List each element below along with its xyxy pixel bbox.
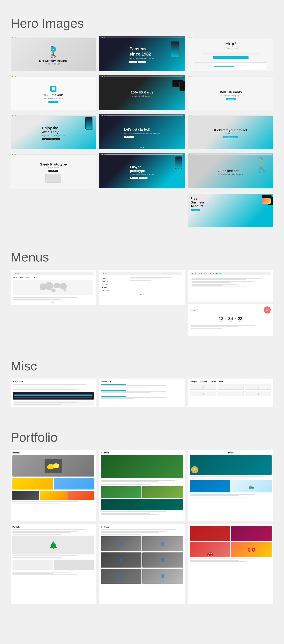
- playstore-easy[interactable]: ▶ Play Store: [139, 177, 147, 179]
- countdown-sep-2: :: [235, 317, 236, 321]
- port-card-green[interactable]: Portfolio: [99, 450, 185, 521]
- appstore-btn[interactable]: App Store: [129, 61, 137, 63]
- carousel-dots-2: [102, 294, 182, 295]
- misc-card-install[interactable]: How to install: [11, 378, 96, 407]
- tree-icon: 🌲: [49, 541, 58, 550]
- learn-more-btn-sleek[interactable]: Learn More: [49, 170, 58, 172]
- nav-dot-red: [15, 273, 16, 274]
- freebiz-btn[interactable]: Get Started: [191, 209, 200, 211]
- rt-1: [190, 558, 255, 560]
- nav-dot-yellow: [102, 76, 103, 77]
- install-steps: [13, 401, 94, 406]
- hero-card-easypro[interactable]: Easy toprototype. by copying and pasting…: [99, 153, 185, 188]
- nav-dot-red: [189, 115, 190, 116]
- hero-card-justperfect[interactable]: Just perfect for busy designers and deve…: [188, 153, 273, 188]
- menus-grid: Home About Work Contact: [11, 270, 273, 336]
- bw-person-2: 👤: [142, 536, 183, 552]
- nav-dot-green: [104, 115, 105, 116]
- hero-card-150-2[interactable]: 150+ UX Cards For your next landing page: [99, 75, 185, 110]
- port-card-bw[interactable]: Portfolio 👤 👤 👤 👤 👤: [99, 524, 185, 604]
- nav-dot-yellow: [191, 37, 192, 38]
- nav-bar: [188, 75, 273, 77]
- misc-section: Misc How to install: [11, 359, 273, 407]
- appstore-easy[interactable]: 📱 App Store: [130, 177, 138, 179]
- mins-label: min: [228, 321, 233, 322]
- hero-card-enjoy[interactable]: Enjoy theefficiency Stop wasting time Wo…: [11, 114, 96, 150]
- wn-desc-5: [101, 397, 166, 398]
- port-card-white[interactable]: Portfolio 🌲: [11, 524, 96, 604]
- getstarted-btn[interactable]: Get Started: [124, 136, 134, 138]
- enjoy-title: Enjoy theefficiency: [42, 126, 65, 134]
- wt-3: [13, 532, 70, 533]
- port-card-teal[interactable]: Portfolio 💡 🏊: [188, 450, 273, 521]
- misc-title: Misc: [11, 359, 273, 373]
- page-wrapper: Hero Images 🚶 Mid-Century Inspired COLLE…: [0, 0, 284, 629]
- dot-1: [140, 147, 141, 148]
- playstore[interactable]: ▶ Play Store: [52, 138, 60, 140]
- card-title-150-3: 150+ UX Cards: [219, 90, 242, 94]
- wn-desc-6: [101, 398, 134, 399]
- hero-card-sleek[interactable]: Sleek Prototype in Few Minutes Learn Mor…: [11, 153, 96, 188]
- menu-horiz-content: [191, 276, 271, 289]
- il-1: [13, 384, 86, 385]
- pr-img-2: [231, 526, 271, 541]
- whatsnew-title: What's New: [101, 381, 182, 383]
- monitor-area: ⬜: [40, 174, 67, 182]
- cl-2: [14, 395, 93, 396]
- port-card-yellow[interactable]: Portfolio: [11, 450, 96, 521]
- hero-card-kickstart[interactable]: Kickstart your project with 150+ UX card…: [188, 114, 273, 150]
- nav-line: [194, 76, 272, 76]
- play-button[interactable]: ▶: [51, 46, 56, 52]
- carousel-dots: [99, 147, 185, 148]
- countdown-sep-1: :: [225, 317, 226, 321]
- hero-card-letsget[interactable]: Let's get started! Save your time, money…: [99, 114, 185, 150]
- hero-card-freebiz[interactable]: FreeBusinessAccount Get Started: [188, 192, 273, 227]
- menu-about[interactable]: About: [102, 278, 128, 280]
- misc-card-whatsnew[interactable]: What's New: [99, 378, 185, 407]
- phone-mock: [179, 81, 185, 91]
- nav-bar: [188, 36, 273, 38]
- hero-images-title: Hero Images: [11, 16, 273, 30]
- port-img-green-sm: [101, 499, 183, 510]
- app-icon: [50, 86, 57, 92]
- menu-bottom-lines: [13, 297, 93, 300]
- wn-item-3: [101, 396, 182, 399]
- menu-card-horizontal[interactable]: Home About Work Contact More ▾: [188, 270, 273, 302]
- playstore-btn[interactable]: Play Store: [138, 61, 146, 63]
- nav-dot-green: [193, 115, 193, 116]
- menu-contact[interactable]: Contact: [102, 290, 128, 292]
- wn-desc-2: [101, 386, 150, 388]
- hero-card-passion[interactable]: Passionsince 1982 Get all the features f…: [99, 36, 185, 71]
- portfolio-title: Portfolio: [11, 430, 273, 444]
- menu-media[interactable]: Media: [102, 286, 128, 289]
- nav-line: [17, 115, 95, 116]
- line-2: [191, 326, 239, 327]
- wn-item-2: [101, 390, 182, 393]
- nav-line: [194, 193, 272, 193]
- line-1: [13, 297, 77, 298]
- hours-num: 12: [219, 316, 224, 321]
- port-text-teal-1: [190, 476, 271, 478]
- hero-card-150-1[interactable]: 150+ UX Cards For your next landing page…: [11, 75, 96, 110]
- hero-card-mid-century[interactable]: 🚶 Mid-Century Inspired COLLECTION ▶: [11, 36, 96, 71]
- person-silhouette-just: 🚶: [253, 156, 271, 173]
- appstore[interactable]: 📱 App Store: [42, 138, 51, 140]
- port-grid-teal-2: 🏊: [190, 480, 271, 492]
- dot-2: [53, 302, 54, 302]
- rt-2: [190, 560, 239, 561]
- kickstart-text: Kickstart your project with 150+ UX card…: [211, 126, 250, 141]
- port-card-red[interactable]: 🚗 🏮🏮: [188, 524, 273, 604]
- hero-row-1: 🚶 Mid-Century Inspired COLLECTION ▶ Pass…: [11, 36, 273, 71]
- hero-card-hey[interactable]: Hey! Let's get started: [188, 36, 273, 71]
- learn-more-btn[interactable]: Learn More: [49, 101, 58, 103]
- hero-card-150-3[interactable]: 150+ UX Cards For your next landing page…: [188, 75, 273, 110]
- menu-card-countdown[interactable]: Protopier™ JD 12 hrs : 34 min: [188, 304, 273, 336]
- getstarted-btn-kick[interactable]: Get Started for Free: [223, 136, 238, 138]
- menu-journal[interactable]: Journal: [102, 284, 128, 286]
- learn-more-btn-3[interactable]: Learn More: [226, 98, 235, 100]
- menu-portfolio[interactable]: Portfolio: [102, 280, 128, 282]
- menu-nav-row: Home About Work Contact: [13, 276, 93, 278]
- menu-card-worldmap[interactable]: Home About Work Contact: [11, 270, 96, 305]
- menu-card-list[interactable]: About Portfolio Journal Media Contact: [99, 270, 185, 305]
- misc-card-logos[interactable]: Protopier Adobiont Sketchor Tulip ( ) ( …: [188, 378, 273, 407]
